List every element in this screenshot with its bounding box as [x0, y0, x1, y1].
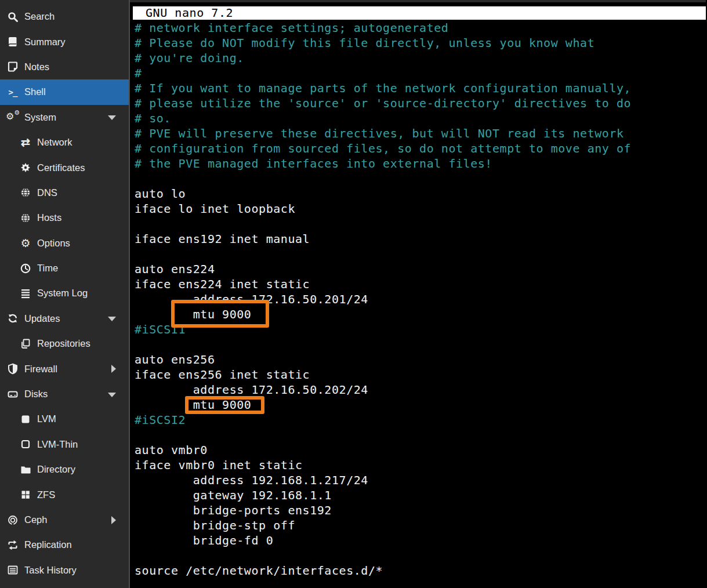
- sidebar-item-label: DNS: [37, 187, 57, 198]
- sidebar-item-task-history[interactable]: Task History: [0, 558, 129, 583]
- sidebar-item-firewall[interactable]: Firewall: [0, 356, 129, 381]
- terminal-line: #: [135, 66, 706, 81]
- sidebar-item-label: System Log: [37, 288, 88, 299]
- task-history-icon: [6, 564, 20, 576]
- sidebar-item-system[interactable]: ⚙⚙System: [0, 105, 129, 130]
- lvm-thin-icon: [19, 438, 32, 451]
- sidebar-item-search[interactable]: Search: [0, 4, 129, 29]
- sidebar: SearchSummaryNotes>_Shell⚙⚙System⇄Networ…: [0, 0, 130, 588]
- sidebar-item-lvm[interactable]: LVM: [0, 406, 129, 431]
- chevron-right-icon[interactable]: [111, 516, 116, 524]
- terminal-line: # Please do NOT modify this file directl…: [135, 35, 706, 50]
- updates-icon: [6, 312, 20, 325]
- replication-icon: [6, 539, 20, 551]
- sidebar-item-replication[interactable]: Replication: [0, 532, 129, 557]
- terminal-panel[interactable]: GNU nano 7.2 # network interface setting…: [130, 0, 706, 588]
- terminal-line: mtu 9000: [135, 397, 706, 412]
- sidebar-item-network[interactable]: ⇄Network: [0, 130, 129, 155]
- terminal-line: # If you want to manage parts of the net…: [135, 81, 706, 96]
- sidebar-item-updates[interactable]: Updates: [0, 306, 129, 331]
- nano-titlebar: GNU nano 7.2: [133, 6, 706, 20]
- terminal-line: address 172.16.50.202/24: [135, 382, 706, 397]
- terminal-line: # network interface settings; autogenera…: [135, 20, 706, 35]
- sidebar-item-label: Directory: [37, 464, 75, 475]
- terminal-line: # the PVE managed interfaces into extern…: [135, 156, 706, 171]
- sidebar-item-zfs[interactable]: ZFS: [0, 482, 129, 507]
- lvm-icon: [19, 413, 32, 426]
- chevron-down-icon[interactable]: [108, 393, 116, 397]
- sidebar-item-notes[interactable]: Notes: [0, 55, 129, 79]
- sidebar-item-label: LVM: [37, 413, 56, 424]
- terminal-line: # configuration from sourced files, so d…: [135, 141, 706, 156]
- terminal-line: # you're doing.: [135, 50, 706, 66]
- sidebar-item-dns[interactable]: DNS: [0, 180, 129, 205]
- sidebar-item-directory[interactable]: Directory: [0, 457, 129, 482]
- sidebar-item-hosts[interactable]: Hosts: [0, 205, 129, 230]
- sidebar-item-label: Repositories: [37, 338, 90, 349]
- terminal-line: iface ens256 inet static: [135, 367, 706, 382]
- repositories-icon: [19, 337, 32, 350]
- terminal-line: # please utilize the 'source' or 'source…: [135, 96, 706, 111]
- sidebar-item-label: Search: [24, 11, 55, 22]
- zfs-icon: [19, 488, 32, 501]
- terminal-content: # network interface settings; autogenera…: [130, 20, 706, 578]
- shell-icon: >_: [6, 86, 20, 99]
- sidebar-item-label: Network: [37, 137, 72, 148]
- sidebar-item-time[interactable]: Time: [0, 256, 129, 281]
- sidebar-item-label: Notes: [24, 61, 49, 72]
- proxmox-app: SearchSummaryNotes>_Shell⚙⚙System⇄Networ…: [0, 0, 707, 588]
- sidebar-item-system-log[interactable]: System Log: [0, 281, 129, 306]
- system-icon: ⚙⚙: [6, 111, 20, 124]
- sidebar-item-label: Firewall: [24, 364, 57, 375]
- sidebar-item-ceph[interactable]: Ceph: [0, 507, 129, 532]
- sidebar-item-label: System: [24, 112, 56, 123]
- terminal-line: bridge-stp off: [135, 518, 706, 533]
- sidebar-item-label: Shell: [24, 86, 46, 97]
- terminal-line: bridge-ports ens192: [135, 503, 706, 518]
- sidebar-item-label: Certificates: [37, 162, 85, 173]
- disks-icon: [6, 388, 20, 401]
- sidebar-item-label: Options: [37, 238, 70, 249]
- terminal-line: [135, 171, 706, 186]
- terminal-line: iface ens224 inet static: [135, 277, 706, 292]
- terminal-line: # so.: [135, 111, 706, 126]
- terminal-line: [135, 337, 706, 352]
- ceph-icon: [6, 514, 20, 527]
- terminal-line: #iSCSI2: [135, 412, 706, 427]
- search-icon: [6, 10, 20, 23]
- summary-icon: [6, 35, 20, 48]
- sidebar-item-shell[interactable]: >_Shell: [0, 79, 129, 104]
- sidebar-item-label: Ceph: [24, 514, 47, 525]
- terminal-line: auto ens224: [135, 262, 706, 277]
- terminal-line: auto vmbr0: [135, 442, 706, 458]
- sidebar-item-lvm-thin[interactable]: LVM-Thin: [0, 432, 129, 457]
- terminal-line: auto lo: [135, 186, 706, 201]
- sidebar-item-label: ZFS: [37, 489, 55, 500]
- hosts-icon: [19, 212, 32, 224]
- terminal-line: gateway 192.168.1.1: [135, 488, 706, 503]
- time-icon: [19, 262, 32, 275]
- sidebar-item-certificates[interactable]: Certificates: [0, 155, 129, 180]
- sidebar-item-summary[interactable]: Summary: [0, 29, 129, 54]
- system-log-icon: [19, 287, 32, 300]
- sidebar-item-label: Hosts: [37, 212, 61, 223]
- sidebar-item-label: Replication: [24, 539, 72, 550]
- sidebar-item-options[interactable]: ⚙Options: [0, 231, 129, 256]
- terminal-line: bridge-fd 0: [135, 533, 706, 548]
- network-icon: ⇄: [19, 136, 32, 149]
- dns-icon: [19, 186, 32, 199]
- sidebar-item-disks[interactable]: Disks: [0, 382, 129, 406]
- terminal-line: #iSCSI1: [135, 322, 706, 337]
- chevron-down-icon[interactable]: [108, 115, 116, 120]
- notes-icon: [6, 60, 20, 73]
- terminal-line: source /etc/network/interfaces.d/*: [135, 563, 706, 578]
- chevron-down-icon[interactable]: [108, 317, 116, 321]
- terminal-line: # PVE will preserve these directives, bu…: [135, 126, 706, 141]
- certificates-icon: [19, 161, 32, 174]
- terminal-line: iface lo inet loopback: [135, 201, 706, 216]
- sidebar-item-label: LVM-Thin: [37, 439, 78, 450]
- firewall-icon: [6, 362, 20, 375]
- chevron-right-icon[interactable]: [111, 365, 116, 373]
- terminal-line: auto ens256: [135, 352, 706, 367]
- sidebar-item-repositories[interactable]: Repositories: [0, 331, 129, 356]
